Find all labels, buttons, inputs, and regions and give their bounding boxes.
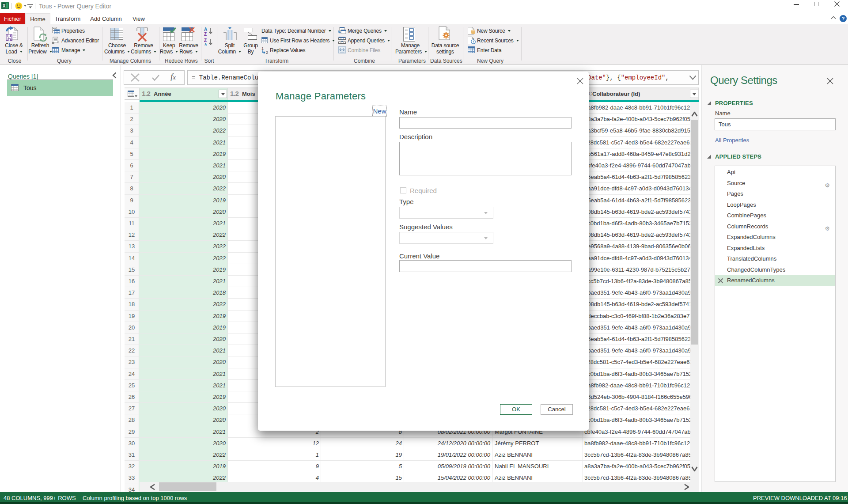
svg-text:X: X [3,4,6,8]
svg-text:A: A [204,27,207,32]
svg-text:?: ? [842,16,845,21]
svg-text:Z: Z [204,32,207,37]
svg-text:2: 2 [266,50,268,54]
svg-text:A: A [204,43,207,45]
svg-text:Z: Z [204,38,207,43]
svg-text:1: 1 [261,46,264,51]
